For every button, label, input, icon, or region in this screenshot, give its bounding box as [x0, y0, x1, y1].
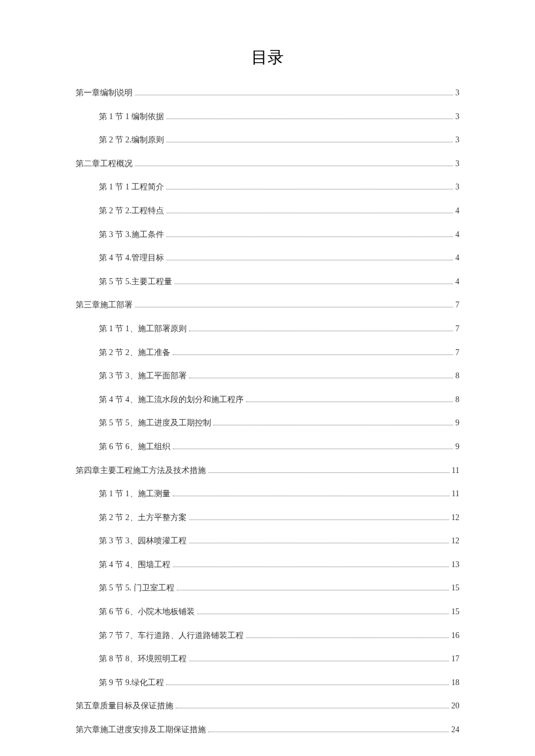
toc-entry-label: 第 1 节 1、施工部署原则 [99, 323, 187, 335]
toc-leader-dots [173, 354, 454, 355]
toc-leader-dots [173, 567, 450, 567]
toc-entry-label: 第 2 节 2.工程特点 [99, 205, 164, 217]
toc-entry: 第 5 节 5、施工进度及工期控制9 [76, 417, 459, 429]
toc-entry-page: 4 [455, 229, 459, 241]
toc-entry: 第 2 节 2、土方平整方案12 [76, 512, 459, 524]
toc-leader-dots [189, 661, 450, 661]
toc-entry-label: 第 4 节 4、围墙工程 [99, 559, 170, 571]
toc-entry-label: 第 3 节 3、园林喷灌工程 [99, 535, 187, 547]
toc-entry-page: 9 [455, 417, 459, 429]
toc-entry: 第 5 节 5.主要工程量4 [76, 276, 459, 288]
toc-entry-page: 13 [451, 559, 459, 571]
toc-entry-page: 3 [455, 87, 459, 99]
toc-entry-label: 第 8 节 8、环境照明工程 [99, 653, 187, 665]
toc-entry-page: 9 [455, 441, 459, 453]
toc-entry-label: 第 6 节 6、小院木地板铺装 [99, 606, 195, 618]
toc-entry-page: 3 [455, 158, 459, 170]
toc-entry: 第 4 节 4.管理目标4 [76, 252, 459, 264]
toc-entry: 第 3 节 3.施工条件4 [76, 229, 459, 241]
toc-entry-page: 24 [451, 724, 459, 736]
toc-entry: 第 2 节 2.工程特点4 [76, 205, 459, 217]
toc-entry-page: 3 [455, 134, 459, 146]
toc-entry-label: 第五章质量目标及保证措施 [76, 700, 173, 712]
toc-entry-label: 第三章施工部署 [76, 299, 133, 311]
toc-entry-label: 第 4 节 4.管理目标 [99, 252, 164, 264]
toc-leader-dots [208, 472, 450, 473]
toc-entry-page: 17 [451, 653, 459, 665]
toc-entry-label: 第六章施工进度安排及工期保证措施 [76, 724, 206, 736]
toc-entry-label: 第 5 节 5. 门卫室工程 [99, 582, 174, 594]
toc-entry-label: 第 1 节 1 工程简介 [99, 181, 164, 193]
toc-entry-label: 第二章工程概况 [76, 158, 133, 170]
toc-leader-dots [208, 732, 449, 732]
toc-entry-label: 第一章编制说明 [76, 87, 133, 99]
toc-entry-page: 11 [452, 465, 459, 476]
toc-leader-dots [166, 213, 453, 213]
toc-entry-label: 第 6 节 6、施工组织 [99, 441, 170, 453]
toc-entry-page: 7 [455, 323, 459, 335]
toc-entry-label: 第 2 节 2、施工准备 [99, 347, 170, 359]
toc-entry: 第 4 节 4、围墙工程13 [76, 559, 459, 571]
toc-entry-page: 15 [451, 606, 459, 618]
toc-entry: 第 1 节 1、施工测量11 [76, 488, 459, 500]
toc-leader-dots [189, 331, 454, 331]
toc-entry: 第 3 节 3、园林喷灌工程12 [76, 535, 459, 547]
toc-entry-label: 第 5 节 5、施工进度及工期控制 [99, 417, 211, 429]
toc-entry-label: 第 5 节 5.主要工程量 [99, 276, 172, 288]
toc-entry-page: 4 [455, 252, 459, 264]
toc-entry: 第三章施工部署7 [76, 299, 459, 311]
toc-entry-page: 12 [451, 512, 459, 524]
toc-entry-page: 15 [451, 582, 459, 594]
toc-leader-dots [246, 402, 454, 402]
toc-entry: 第二章工程概况3 [76, 158, 459, 170]
toc-entry-page: 3 [455, 181, 459, 193]
toc-entry-page: 8 [455, 370, 459, 382]
toc-entry-page: 12 [451, 535, 459, 547]
toc-entry-page: 7 [455, 347, 459, 359]
toc-entry-page: 20 [451, 700, 459, 712]
toc-entry-page: 16 [451, 630, 459, 642]
toc-entry: 第五章质量目标及保证措施20 [76, 700, 459, 712]
toc-entry: 第六章施工进度安排及工期保证措施24 [76, 724, 459, 736]
toc-entry-label: 第 1 节 1、施工测量 [99, 488, 170, 500]
toc-entry-label: 第 3 节 3.施工条件 [99, 229, 164, 241]
toc-entry: 第一章编制说明3 [76, 87, 459, 99]
toc-entry-label: 第 7 节 7、车行道路、人行道路铺装工程 [99, 630, 244, 642]
toc-leader-dots [166, 119, 453, 119]
toc-entry-label: 第 2 节 2、土方平整方案 [99, 512, 187, 524]
toc-entry-page: 7 [455, 299, 459, 311]
toc-entry-page: 4 [455, 205, 459, 217]
toc-entry-label: 第 1 节 1 编制依据 [99, 111, 164, 123]
toc-entry-page: 4 [455, 276, 459, 288]
toc-leader-dots [135, 166, 453, 166]
toc-entry: 第 2 节 2.编制原则3 [76, 134, 459, 146]
toc-entry: 第 2 节 2、施工准备7 [76, 347, 459, 359]
toc-title: 目录 [76, 46, 459, 69]
toc-leader-dots [135, 95, 453, 95]
toc-leader-dots [166, 685, 449, 685]
toc-entry-label: 第四章主要工程施工方法及技术措施 [76, 465, 206, 476]
toc-entry: 第 1 节 1、施工部署原则7 [76, 323, 459, 335]
toc-entry: 第 6 节 6、施工组织9 [76, 441, 459, 453]
toc-leader-dots [166, 237, 453, 237]
toc-entry: 第 1 节 1 编制依据3 [76, 111, 459, 123]
toc-entry-page: 3 [455, 111, 459, 123]
toc-leader-dots [166, 260, 453, 260]
toc-entry-page: 11 [452, 488, 459, 500]
toc-leader-dots [135, 307, 453, 307]
toc-entry: 第 1 节 1 工程简介3 [76, 181, 459, 193]
toc-entry: 第 4 节 4、施工流水段的划分和施工程序8 [76, 394, 459, 406]
toc-entry: 第 8 节 8、环境照明工程17 [76, 653, 459, 665]
toc-container: 第一章编制说明3第 1 节 1 编制依据3第 2 节 2.编制原则3第二章工程概… [76, 87, 459, 736]
toc-leader-dots [174, 284, 453, 284]
toc-leader-dots [189, 519, 450, 520]
toc-leader-dots [173, 449, 454, 449]
toc-leader-dots [246, 637, 450, 638]
toc-entry: 第 6 节 6、小院木地板铺装15 [76, 606, 459, 618]
toc-entry-label: 第 2 节 2.编制原则 [99, 134, 164, 146]
toc-leader-dots [177, 590, 450, 590]
toc-leader-dots [189, 543, 450, 543]
toc-leader-dots [213, 425, 454, 425]
toc-entry-page: 8 [455, 394, 459, 406]
toc-entry: 第 3 节 3、施工平面部署8 [76, 370, 459, 382]
